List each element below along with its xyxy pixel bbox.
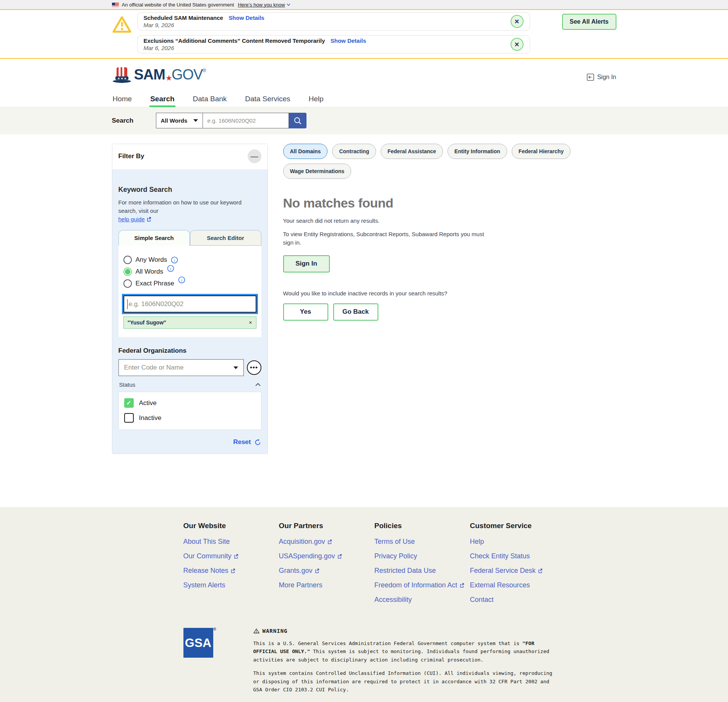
reset-filters-link[interactable]: Reset <box>233 438 251 446</box>
footer-link-more-partners[interactable]: More Partners <box>279 581 375 589</box>
search-strip: Search All Words <box>0 107 728 135</box>
footer-link-check-entity-status[interactable]: Check Entity Status <box>470 552 566 560</box>
gov-banner-text: An official website of the United States… <box>122 2 234 8</box>
search-submit-button[interactable] <box>289 113 306 128</box>
info-icon[interactable]: i <box>178 276 185 284</box>
footer-heading: Our Website <box>183 522 279 530</box>
footer-link-usaspending-gov[interactable]: USASpending.gov <box>279 552 375 560</box>
domain-tab-entity-information[interactable]: Entity Information <box>448 144 507 159</box>
sam-gov-logo[interactable]: ★ ★ ★ SAM ★ GOV ® <box>112 66 616 84</box>
search-mode-dropdown[interactable]: All Words <box>156 113 203 128</box>
nav-item-data-bank[interactable]: Data Bank <box>192 94 228 107</box>
footer-link-contact[interactable]: Contact <box>470 596 566 604</box>
gov-banner: An official website of the United States… <box>0 0 728 10</box>
info-icon[interactable]: i <box>171 256 178 264</box>
search-label: Search <box>112 117 156 125</box>
alert-show-details-link[interactable]: Show Details <box>331 37 366 44</box>
footer-link-restricted-data-use[interactable]: Restricted Data Use <box>375 567 470 575</box>
how-you-know-link[interactable]: Here’s how you know <box>238 2 285 8</box>
alert-close-button[interactable]: ✕ <box>511 38 524 51</box>
domain-tab-all-domains[interactable]: All Domains <box>283 144 328 159</box>
more-options-button[interactable]: ••• <box>247 360 261 375</box>
footer-link-about-this-site[interactable]: About This Site <box>183 538 279 546</box>
keyword-search-heading: Keyword Search <box>118 186 261 194</box>
tab-simple-search[interactable]: Simple Search <box>118 230 190 246</box>
footer-link-system-alerts[interactable]: System Alerts <box>183 581 279 589</box>
footer-link-release-notes[interactable]: Release Notes <box>183 567 279 575</box>
checkbox-inactive[interactable]: Inactive <box>124 413 256 423</box>
footer-link-our-community[interactable]: Our Community <box>183 552 279 560</box>
keyword-info-text: For more information on how to use our k… <box>118 199 242 214</box>
caret-down-icon <box>193 119 198 122</box>
sign-in-button[interactable]: Sign In <box>283 255 330 272</box>
footer-link-external-resources[interactable]: External Resources <box>470 581 566 589</box>
see-all-alerts-button[interactable]: See All Alerts <box>562 14 616 30</box>
external-link-icon <box>146 217 151 222</box>
footer-link-grants-gov[interactable]: Grants.gov <box>279 567 375 575</box>
federal-organizations-select[interactable]: Enter Code or Name <box>118 359 244 376</box>
radio-all-words[interactable]: All Words i <box>123 268 256 276</box>
alerts-section: Scheduled SAM Maintenance Show Details M… <box>0 10 728 59</box>
footer-link-federal-service-desk[interactable]: Federal Service Desk <box>470 567 566 575</box>
external-link-icon <box>230 568 235 573</box>
no-matches-title: No matches found <box>283 196 616 211</box>
radio-circle-checked-icon <box>123 268 132 276</box>
domain-tab-federal-hierarchy[interactable]: Federal Hierarchy <box>512 144 571 159</box>
svg-text:i: i <box>170 266 171 271</box>
alert-close-button[interactable]: ✕ <box>511 15 524 28</box>
help-guide-link[interactable]: help guide <box>118 215 151 224</box>
alert-show-details-link[interactable]: Show Details <box>229 15 264 21</box>
filter-panel-title: Filter By <box>118 152 144 160</box>
footer-link-accessibility[interactable]: Accessibility <box>375 596 470 604</box>
federal-organizations-placeholder: Enter Code or Name <box>124 364 184 371</box>
reset-icon[interactable] <box>254 439 261 446</box>
federal-organizations-heading: Federal Organizations <box>118 347 261 355</box>
nav-item-home[interactable]: Home <box>112 94 133 107</box>
nav-item-search[interactable]: Search <box>149 94 175 107</box>
alert-title: Exclusions “Additional Comments” Content… <box>144 37 325 44</box>
domain-tab-contracting[interactable]: Contracting <box>332 144 376 159</box>
radio-circle-icon <box>123 256 132 264</box>
domain-tab-federal-assistance[interactable]: Federal Assistance <box>381 144 443 159</box>
footer-column-policies: Policies Terms of Use Privacy Policy Res… <box>375 522 470 610</box>
collapse-filters-button[interactable]: — <box>248 149 261 163</box>
tab-search-editor[interactable]: Search Editor <box>190 230 261 246</box>
chevron-up-icon[interactable] <box>255 383 261 386</box>
chip-close-icon[interactable]: × <box>249 319 252 326</box>
keyword-chip-label: "Yusuf Sugow" <box>128 319 166 326</box>
us-flag-icon <box>112 3 119 7</box>
footer-heading: Customer Service <box>470 522 566 530</box>
yes-button[interactable]: Yes <box>283 303 328 321</box>
footer-link-foia[interactable]: Freedom of Information Act <box>375 581 470 589</box>
domain-tab-wage-determinations[interactable]: Wage Determinations <box>283 164 352 179</box>
keyword-input-placeholder: e.g. 1606N020Q02 <box>129 300 184 308</box>
footer-heading: Our Partners <box>279 522 375 530</box>
external-link-icon <box>315 568 319 573</box>
search-icon <box>293 117 302 125</box>
text-caret <box>127 299 128 309</box>
footer-column-our-partners: Our Partners Acquisition.gov USASpending… <box>279 522 375 610</box>
sign-in-link[interactable]: Sign In <box>587 73 616 81</box>
nav-item-help[interactable]: Help <box>308 94 324 107</box>
logo-text-sam: SAM <box>134 66 165 83</box>
filter-panel: Filter By — Keyword Search For more info… <box>112 144 268 454</box>
search-input[interactable] <box>203 113 289 128</box>
gsa-registered-mark: ® <box>213 627 216 631</box>
alert-date: Mar 9, 2026 <box>144 22 264 28</box>
radio-exact-phrase[interactable]: Exact Phrase i <box>123 279 256 288</box>
status-heading: Status <box>119 381 136 388</box>
help-guide-label: help guide <box>118 215 145 224</box>
keyword-input[interactable]: e.g. 1606N020Q02 <box>123 295 256 313</box>
keyword-tabs: Simple Search Search Editor <box>118 230 261 246</box>
footer-link-privacy-policy[interactable]: Privacy Policy <box>375 552 470 560</box>
nav-item-data-services[interactable]: Data Services <box>244 94 291 107</box>
footer-link-help[interactable]: Help <box>470 538 566 546</box>
checkbox-active[interactable]: ✓ Active <box>124 398 256 408</box>
footer-link-terms-of-use[interactable]: Terms of Use <box>375 538 470 546</box>
footer-column-customer-service: Customer Service Help Check Entity Statu… <box>470 522 566 610</box>
radio-any-words[interactable]: Any Words i <box>123 256 256 264</box>
footer-link-acquisition-gov[interactable]: Acquisition.gov <box>279 538 375 546</box>
info-icon[interactable]: i <box>167 265 174 272</box>
go-back-button[interactable]: Go Back <box>333 303 378 321</box>
system-warning: WARNING This is a U.S. General Services … <box>253 628 555 694</box>
